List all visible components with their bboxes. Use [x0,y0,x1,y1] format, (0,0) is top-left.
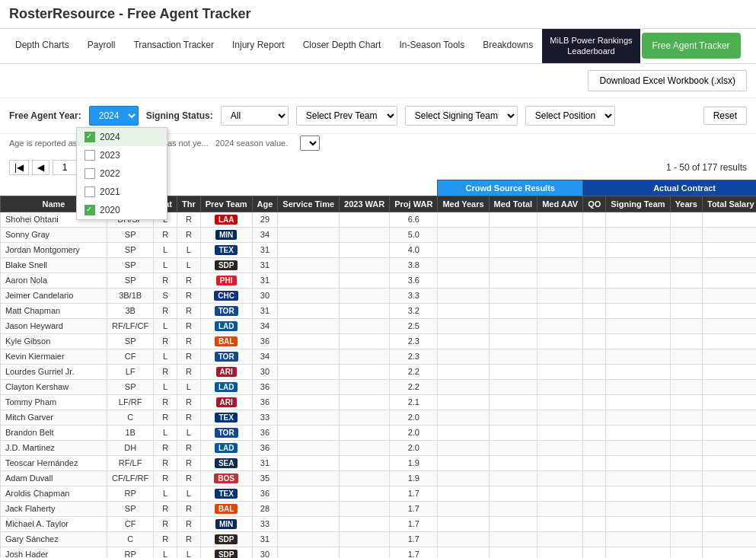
col-header-service: Service Time [278,196,340,212]
cell-years [670,379,702,394]
cell-team: LAA [200,212,252,227]
cell-pos: 3B [107,303,154,318]
dropdown-item-2022[interactable]: 2022 [77,164,167,183]
year-select[interactable]: 2024 2023 2022 2021 2020 [89,106,139,126]
cell-med-aav [537,257,583,273]
dropdown-item-2020[interactable]: 2020 [77,201,167,219]
cell-service [278,318,340,333]
signing-status-select[interactable]: All Signed Unsigned [221,106,289,126]
signing-team-select[interactable]: Select Signing Team [405,106,518,126]
cell-signing-team [606,531,670,547]
cell-proj-war: 2.0 [390,410,438,425]
filters-row: Free Agent Year: 2024 2023 2022 2021 202… [0,98,756,134]
cell-med-years [438,470,489,486]
cell-years [670,242,702,257]
cell-service [278,394,340,410]
cell-service [278,501,340,516]
cell-med-total [489,333,537,349]
cell-proj-war: 2.0 [390,440,438,455]
cell-service [278,455,340,470]
cell-thr: R [177,288,201,303]
cell-med-aav [537,227,583,242]
cell-bat: L [154,257,177,273]
col-header-war2023: 2023 WAR [340,196,390,212]
first-page-button[interactable]: |◀ [9,160,29,175]
cell-service [278,333,340,349]
cell-name: Kyle Gibson [1,333,107,349]
table-row: Jack FlahertySPRRBAL281.7 [1,501,757,516]
app-title: RosterResource - Free Agent Tracker [9,6,250,21]
cell-team: MIN [200,516,252,531]
cell-bat: R [154,273,177,288]
nav-depth-charts[interactable]: Depth Charts [6,29,78,62]
cell-name: Aroldis Chapman [1,486,107,501]
dropdown-item-2021[interactable]: 2021 [77,183,167,201]
page-input[interactable] [53,160,77,175]
team-badge: LAD [215,382,238,392]
cell-proj-war: 2.1 [390,394,438,410]
players-table: Crowd Source Results Actual Contract Nam… [0,180,756,558]
col-header-med-total: Med Total [489,196,537,212]
nav-breakdowns[interactable]: Breakdowns [474,29,542,62]
cell-team: TEX [200,486,252,501]
table-row: Kevin KiermaierCFLRTOR342.3 [1,349,757,364]
cell-name: Jack Flaherty [1,501,107,516]
team-badge: MIN [215,230,237,240]
table-row: Gary SánchezCRRSDP311.7 [1,531,757,547]
cell-pos: SP [107,333,154,349]
cell-team: ARI [200,394,252,410]
team-badge: BOS [214,474,238,483]
checkbox-2024 [85,132,95,142]
cell-team: SDP [200,531,252,547]
cell-pos: SP [107,227,154,242]
cell-pos: DH [107,440,154,455]
prev-page-button[interactable]: ◀ [32,160,49,175]
nav-free-agent-tracker[interactable]: Free Agent Tracker [642,33,741,59]
cell-qo [583,379,606,394]
team-badge: LAD [215,321,238,331]
cell-total-salary [703,227,757,242]
cell-proj-war: 2.5 [390,318,438,333]
nav-in-season-tools[interactable]: In-Season Tools [390,29,474,62]
cell-signing-team [606,318,670,333]
cell-proj-war: 4.0 [390,242,438,257]
nav-closer-depth-chart[interactable]: Closer Depth Chart [294,29,391,62]
position-select[interactable]: Select Position [525,106,615,126]
nav-injury-report[interactable]: Injury Report [223,29,294,62]
table-row: Sonny GraySPRRMIN345.0 [1,227,757,242]
nav-transaction-tracker[interactable]: Transaction Tracker [124,29,223,62]
dropdown-item-2023[interactable]: 2023 [77,146,167,164]
cell-team: TEX [200,242,252,257]
prev-team-select[interactable]: Select Prev Team [296,106,397,126]
cell-war2023 [340,486,390,501]
cell-signing-team [606,486,670,501]
cell-years [670,486,702,501]
nav-milb[interactable]: MiLB Power RankingsLeaderboard [542,29,640,63]
cell-total-salary [703,273,757,288]
cell-service [278,516,340,531]
cell-total-salary [703,242,757,257]
cell-qo [583,318,606,333]
reset-button[interactable]: Reset [703,107,747,125]
cell-team: TOR [200,425,252,440]
results-count: 1 - 50 of 177 results [666,162,747,173]
dropdown-item-2024[interactable]: 2024 [77,128,167,146]
cell-total-salary [703,410,757,425]
nav-payroll[interactable]: Payroll [78,29,125,62]
cell-thr: R [177,273,201,288]
cell-med-total [489,212,537,227]
cell-signing-team [606,273,670,288]
cell-med-years [438,516,489,531]
download-button[interactable]: Download Excel Workbook (.xlsx) [588,70,747,91]
cell-med-total [489,288,537,303]
cell-age: 36 [252,394,278,410]
table-row: Brandon Belt1BLLTOR362.0 [1,425,757,440]
cell-thr: R [177,212,201,227]
col-header-signing-team: Signing Team [606,196,670,212]
cell-age: 31 [252,455,278,470]
cell-qo [583,425,606,440]
extra-filter-select[interactable] [300,136,320,151]
cell-name: Tommy Pham [1,394,107,410]
table-row: Teoscar HernándezRF/LFRRSEA311.9 [1,455,757,470]
cell-med-aav [537,303,583,318]
